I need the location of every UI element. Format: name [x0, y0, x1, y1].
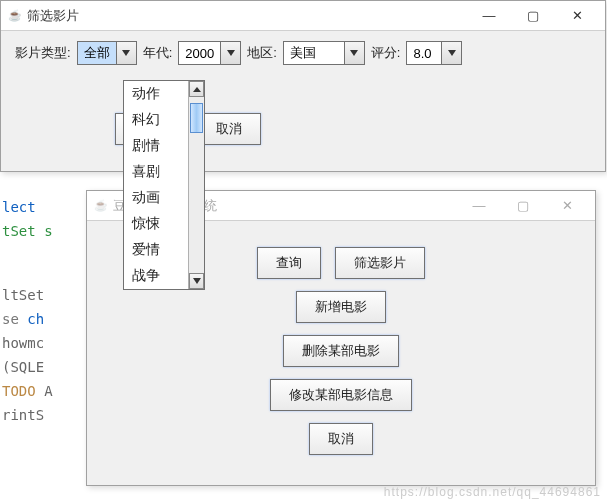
- chevron-down-icon: [193, 278, 201, 284]
- region-combo-value: 美国: [284, 42, 344, 64]
- rating-label: 评分:: [371, 44, 401, 62]
- region-combo[interactable]: 美国: [283, 41, 365, 65]
- dropdown-item[interactable]: 动作: [124, 81, 188, 107]
- chevron-down-icon: [448, 50, 456, 56]
- close-button[interactable]: ✕: [555, 2, 599, 30]
- type-dropdown-list: 动作 科幻 剧情 喜剧 动画 惊悚 爱情 战争: [124, 81, 188, 289]
- year-label: 年代:: [143, 44, 173, 62]
- java-icon: ☕: [7, 8, 23, 24]
- type-combo[interactable]: 全部: [77, 41, 137, 65]
- chevron-down-icon: [227, 50, 235, 56]
- java-icon: ☕: [93, 198, 109, 214]
- dropdown-item[interactable]: 战争: [124, 263, 188, 289]
- dropdown-item[interactable]: 爱情: [124, 237, 188, 263]
- type-combo-dropdown-button[interactable]: [116, 42, 136, 64]
- minimize-button[interactable]: —: [467, 2, 511, 30]
- filter-window: ☕ 筛选影片 — ▢ ✕ 影片类型: 全部 年代: 2000 地区: 美国: [0, 0, 606, 172]
- region-label: 地区:: [247, 44, 277, 62]
- filter-window-title: 筛选影片: [23, 7, 467, 25]
- add-movie-button[interactable]: 新增电影: [296, 291, 386, 323]
- dropdown-item[interactable]: 动画: [124, 185, 188, 211]
- scroll-track[interactable]: [189, 97, 204, 273]
- rating-combo[interactable]: 8.0: [406, 41, 462, 65]
- region-combo-dropdown-button[interactable]: [344, 42, 364, 64]
- close-button[interactable]: ✕: [545, 192, 589, 220]
- filter-movie-button[interactable]: 筛选影片: [335, 247, 425, 279]
- delete-movie-button[interactable]: 删除某部电影: [283, 335, 399, 367]
- maximize-button[interactable]: ▢: [511, 2, 555, 30]
- chevron-down-icon: [122, 50, 130, 56]
- minimize-button[interactable]: —: [457, 192, 501, 220]
- year-combo-dropdown-button[interactable]: [220, 42, 240, 64]
- scroll-thumb[interactable]: [190, 103, 203, 133]
- cancel-button[interactable]: 取消: [309, 423, 373, 455]
- rating-combo-value: 8.0: [407, 42, 441, 64]
- code-editor-background: lect tSet s ltSet se ch howmc (SQLE TODO…: [2, 195, 53, 427]
- year-combo[interactable]: 2000: [178, 41, 241, 65]
- type-dropdown-panel: 动作 科幻 剧情 喜剧 动画 惊悚 爱情 战争: [123, 80, 205, 290]
- dropdown-item[interactable]: 科幻: [124, 107, 188, 133]
- type-combo-value: 全部: [78, 42, 116, 64]
- year-combo-value: 2000: [179, 42, 220, 64]
- rating-combo-dropdown-button[interactable]: [441, 42, 461, 64]
- scroll-down-button[interactable]: [189, 273, 204, 289]
- watermark: https://blog.csdn.net/qq_44694861: [384, 485, 601, 499]
- cancel-button[interactable]: 取消: [197, 113, 261, 145]
- modify-movie-button[interactable]: 修改某部电影信息: [270, 379, 412, 411]
- dropdown-item[interactable]: 喜剧: [124, 159, 188, 185]
- dropdown-item[interactable]: 剧情: [124, 133, 188, 159]
- chevron-up-icon: [193, 87, 201, 92]
- dropdown-scrollbar[interactable]: [188, 81, 204, 289]
- chevron-down-icon: [350, 50, 358, 56]
- filter-window-titlebar[interactable]: ☕ 筛选影片 — ▢ ✕: [1, 1, 605, 31]
- scroll-up-button[interactable]: [189, 81, 204, 97]
- maximize-button[interactable]: ▢: [501, 192, 545, 220]
- dropdown-item[interactable]: 惊悚: [124, 211, 188, 237]
- search-button[interactable]: 查询: [257, 247, 321, 279]
- type-label: 影片类型:: [15, 44, 71, 62]
